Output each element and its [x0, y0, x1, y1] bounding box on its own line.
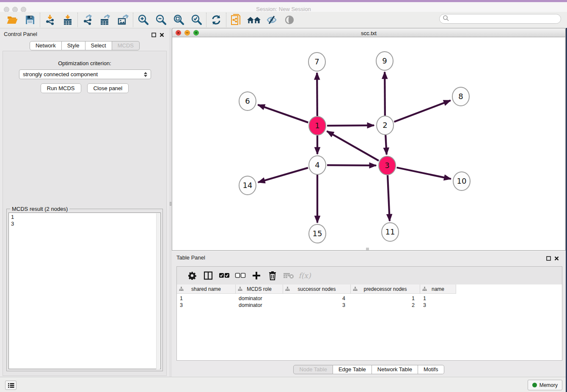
- table-cell: dominator: [236, 295, 283, 302]
- result-line: 1: [11, 214, 160, 221]
- tab-mcds[interactable]: MCDS: [112, 41, 140, 50]
- graph-node-label-11: 11: [385, 227, 395, 236]
- control-panel-title: Control Panel: [4, 31, 37, 37]
- column-header-name[interactable]: name: [420, 284, 456, 294]
- graph-edge-2-8[interactable]: [394, 100, 451, 122]
- mcds-panel: Optimization criterion: strongly connect…: [3, 51, 167, 376]
- table-tabs: Node Table Edge Table Network Table Moti…: [172, 365, 566, 374]
- gear-icon[interactable]: [184, 269, 200, 282]
- delete-table-icon[interactable]: [281, 269, 297, 282]
- graph-edge-1-6[interactable]: [258, 105, 308, 123]
- tab-network[interactable]: Network: [30, 41, 62, 50]
- function-icon[interactable]: f(x): [297, 269, 313, 282]
- column-header-successor-nodes[interactable]: successor nodes: [283, 284, 351, 294]
- select-all-icon[interactable]: [216, 269, 232, 282]
- memory-status-icon: [532, 383, 537, 387]
- optimization-criterion-label: Optimization criterion:: [3, 60, 166, 66]
- tab-motifs[interactable]: Motifs: [418, 365, 444, 374]
- window-title: Session: New Session: [0, 6, 567, 12]
- hide-panel-icon[interactable]: [263, 13, 281, 27]
- node-table: f(x) shared nameMCDS rolesuccessor nodes…: [176, 266, 562, 361]
- run-mcds-button[interactable]: Run MCDS: [41, 83, 81, 93]
- column-header-shared-name[interactable]: shared name: [177, 284, 236, 294]
- import-network-icon[interactable]: [41, 13, 59, 27]
- add-row-icon[interactable]: [248, 269, 264, 282]
- criterion-value: strongly connected component: [23, 71, 98, 77]
- tab-edge-table[interactable]: Edge Table: [333, 365, 372, 374]
- column-label: name: [432, 286, 444, 292]
- zoom-selected-icon[interactable]: [187, 13, 205, 27]
- tree-sort-icon: [285, 287, 290, 293]
- tab-network-table[interactable]: Network Table: [372, 365, 418, 374]
- tab-select[interactable]: Select: [85, 41, 112, 50]
- stepper-icon: [144, 72, 147, 77]
- canvas-scrollbar-thumb[interactable]: [366, 248, 369, 250]
- deselect-all-icon[interactable]: [232, 269, 248, 282]
- table-cell: 3: [283, 302, 351, 309]
- column-label: shared name: [191, 286, 221, 292]
- trash-icon[interactable]: [264, 269, 281, 282]
- graph-edge-4-3[interactable]: [327, 165, 376, 166]
- graph-node-label-2: 2: [383, 121, 387, 130]
- graph-edge-3-1[interactable]: [327, 131, 379, 161]
- close-panel-button[interactable]: Close panel: [87, 83, 129, 93]
- graph-edge-3-11[interactable]: [388, 175, 390, 221]
- graph-node-label-8: 8: [458, 92, 463, 101]
- table-panel: Table Panel: [172, 252, 566, 376]
- toolbar-separator: [206, 13, 206, 27]
- criterion-dropdown[interactable]: strongly connected component: [19, 69, 151, 79]
- open-file-icon[interactable]: [3, 13, 21, 27]
- status-bar: Memory: [0, 377, 567, 392]
- save-icon[interactable]: [21, 13, 39, 27]
- zoom-fit-icon[interactable]: [170, 13, 187, 27]
- column-header-predecessor-nodes[interactable]: predecessor nodes: [351, 284, 420, 294]
- table-cell: 1: [420, 295, 456, 302]
- export-image-icon[interactable]: [114, 13, 132, 27]
- graph-edge-2-9[interactable]: [385, 72, 385, 116]
- task-history-button[interactable]: [5, 381, 17, 390]
- toolbar-separator: [77, 13, 78, 27]
- search-icon: [443, 15, 449, 23]
- graph-edge-3-10[interactable]: [397, 168, 451, 179]
- table-cell: 2: [351, 302, 420, 309]
- float-panel-icon[interactable]: [151, 31, 156, 39]
- memory-button[interactable]: Memory: [528, 380, 562, 390]
- tree-sort-icon: [353, 287, 358, 293]
- mcds-result-text[interactable]: 1 3: [8, 213, 161, 369]
- close-panel-icon[interactable]: [554, 255, 559, 262]
- search-input[interactable]: [439, 14, 561, 24]
- table-row[interactable]: 3dominator323: [177, 302, 562, 309]
- eye-icon[interactable]: [281, 13, 298, 27]
- float-panel-icon[interactable]: [546, 255, 551, 262]
- graph-edge-2-3[interactable]: [385, 135, 386, 155]
- import-table-icon[interactable]: [59, 13, 77, 27]
- clone-network-icon[interactable]: [227, 13, 245, 27]
- tree-sort-icon: [422, 287, 427, 293]
- graph-edge-4-14[interactable]: [258, 168, 308, 182]
- toolbar-separator: [226, 13, 226, 27]
- result-scrollbar[interactable]: [156, 213, 160, 369]
- mcds-result-title: MCDS result (2 nodes): [10, 206, 69, 212]
- network-view-window: scc.txt 7968124314101511: [172, 28, 566, 251]
- close-panel-icon[interactable]: [160, 31, 164, 39]
- table-cell: 1: [177, 295, 236, 302]
- table-row[interactable]: 1dominator411: [177, 295, 562, 302]
- graph-edge-1-7[interactable]: [317, 73, 317, 116]
- columns-icon[interactable]: [200, 269, 216, 282]
- export-network-icon[interactable]: [79, 13, 96, 27]
- tab-node-table[interactable]: Node Table: [293, 365, 333, 374]
- graph-edge-1-2[interactable]: [327, 125, 374, 126]
- tab-style[interactable]: Style: [62, 41, 85, 50]
- zoom-in-icon[interactable]: [134, 13, 152, 27]
- network-window-titlebar[interactable]: scc.txt: [172, 28, 566, 37]
- divider-handle-icon[interactable]: [170, 202, 171, 206]
- export-table-icon[interactable]: [96, 13, 114, 27]
- table-cell: 3: [420, 302, 456, 309]
- memory-label: Memory: [539, 382, 558, 388]
- refresh-layout-icon[interactable]: [207, 13, 225, 27]
- home-icon[interactable]: [245, 13, 263, 27]
- tree-sort-icon: [238, 287, 242, 293]
- zoom-out-icon[interactable]: [152, 13, 170, 27]
- column-header-MCDS-role[interactable]: MCDS role: [236, 284, 283, 294]
- network-canvas[interactable]: 7968124314101511: [172, 37, 566, 251]
